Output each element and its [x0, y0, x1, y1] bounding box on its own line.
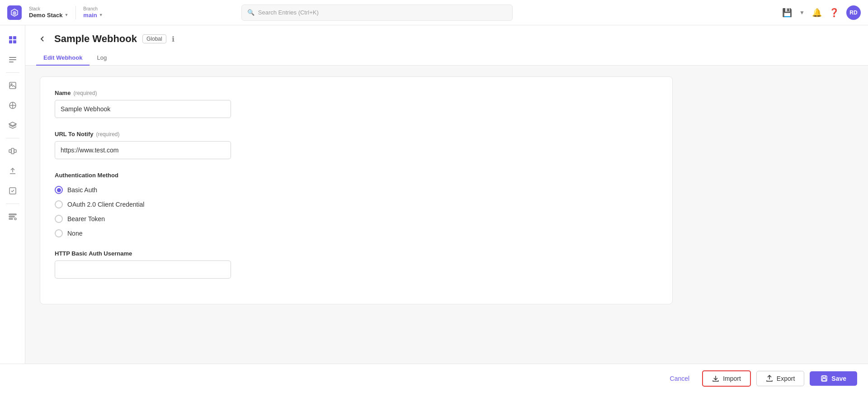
radio-none[interactable]: None	[55, 229, 658, 237]
stack-selector[interactable]: Stack Demo Stack ▼	[29, 6, 68, 19]
auth-section-title: Authentication Method	[55, 172, 658, 179]
http-username-group: HTTP Basic Auth Username	[55, 250, 658, 279]
sidebar-item-layers[interactable]	[4, 116, 22, 134]
app-logo	[7, 5, 22, 20]
page-title: Sample Webhook	[54, 33, 137, 45]
radio-basic-auth-label: Basic Auth	[67, 186, 97, 194]
radio-bearer-label: Bearer Token	[67, 215, 105, 223]
save-icon[interactable]: 💾	[782, 8, 792, 18]
global-badge: Global	[142, 34, 166, 43]
export-icon	[766, 375, 773, 382]
branch-caret-icon: ▼	[99, 13, 103, 18]
main-layout: Sample Webhook Global ℹ Edit Webhook Log…	[0, 25, 868, 364]
url-required: (required)	[96, 131, 119, 137]
save-icon	[821, 375, 828, 382]
auth-group: Authentication Method Basic Auth OAuth 2…	[55, 172, 658, 237]
radio-basic-auth-circle	[55, 186, 63, 194]
svg-rect-20	[822, 379, 826, 381]
tab-log[interactable]: Log	[90, 51, 114, 66]
search-bar[interactable]: 🔍 Search Entries (Ctrl+K)	[241, 5, 513, 21]
svg-rect-0	[9, 36, 12, 39]
sidebar-item-tasks[interactable]	[4, 182, 22, 200]
import-icon	[712, 375, 719, 382]
stack-name: Demo Stack ▼	[29, 12, 68, 19]
info-icon[interactable]: ℹ	[172, 35, 175, 43]
topbar: Stack Demo Stack ▼ Branch main ▼ 🔍 Searc…	[0, 0, 868, 25]
svg-rect-2	[9, 40, 12, 43]
sidebar-item-assets[interactable]	[4, 76, 22, 95]
sidebar-item-content[interactable]	[4, 51, 22, 69]
radio-basic-auth[interactable]: Basic Auth	[55, 186, 658, 194]
svg-rect-3	[13, 40, 16, 43]
name-input[interactable]	[55, 100, 231, 118]
sidebar-item-schema[interactable]	[4, 96, 22, 114]
branch-label: Branch	[83, 6, 103, 12]
page-header: Sample Webhook Global ℹ Edit Webhook Log	[25, 25, 868, 66]
radio-none-circle	[55, 229, 63, 237]
svg-rect-6	[9, 62, 14, 62]
import-button[interactable]: Import	[702, 370, 751, 387]
form-area: Name (required) URL To Notify (required)…	[25, 66, 868, 364]
sidebar-item-dashboard[interactable]	[4, 31, 22, 49]
tab-edit-webhook[interactable]: Edit Webhook	[36, 51, 90, 66]
radio-oauth-circle	[55, 200, 63, 208]
radio-bearer[interactable]: Bearer Token	[55, 215, 658, 223]
auth-radio-group: Basic Auth OAuth 2.0 Client Credential B…	[55, 186, 658, 237]
sidebar-item-workflows[interactable]	[4, 208, 22, 226]
save-button[interactable]: Save	[810, 371, 857, 386]
sidebar	[0, 25, 25, 364]
export-button[interactable]: Export	[756, 371, 804, 386]
bottom-bar: Cancel Import Export Save	[0, 364, 868, 393]
url-group: URL To Notify (required)	[55, 131, 658, 159]
user-avatar[interactable]: RD	[846, 5, 861, 20]
url-input[interactable]	[55, 141, 231, 159]
branch-name: main ▼	[83, 12, 103, 19]
radio-none-label: None	[67, 230, 82, 237]
help-icon[interactable]: ❓	[829, 8, 839, 18]
form-card: Name (required) URL To Notify (required)…	[40, 76, 673, 304]
svg-rect-4	[9, 57, 16, 58]
cancel-button[interactable]: Cancel	[663, 371, 697, 386]
stack-label: Stack	[29, 6, 68, 12]
page-title-row: Sample Webhook Global ℹ	[36, 33, 857, 45]
content-area: Sample Webhook Global ℹ Edit Webhook Log…	[25, 25, 868, 364]
svg-rect-15	[9, 216, 14, 217]
url-label: URL To Notify (required)	[55, 131, 658, 137]
sidebar-sep-3	[6, 204, 19, 204]
nav-divider	[75, 6, 76, 19]
name-required: (required)	[73, 90, 97, 96]
http-username-input[interactable]	[55, 260, 231, 279]
topbar-right: 💾 ▼ 🔔 ❓ RD	[782, 5, 861, 20]
svg-rect-12	[11, 148, 14, 154]
radio-oauth[interactable]: OAuth 2.0 Client Credential	[55, 200, 658, 208]
sidebar-sep-1	[6, 72, 19, 73]
svg-rect-5	[9, 59, 16, 60]
topbar-dropdown-icon[interactable]: ▼	[799, 9, 805, 16]
svg-point-17	[14, 218, 16, 220]
svg-rect-19	[823, 376, 826, 378]
svg-rect-16	[9, 218, 13, 219]
branch-selector[interactable]: Branch main ▼	[83, 6, 103, 19]
page-tabs: Edit Webhook Log	[36, 51, 857, 65]
search-icon: 🔍	[247, 9, 255, 16]
name-label: Name (required)	[55, 90, 658, 96]
radio-oauth-label: OAuth 2.0 Client Credential	[67, 201, 144, 208]
http-username-label: HTTP Basic Auth Username	[55, 250, 658, 257]
stack-caret-icon: ▼	[64, 13, 68, 18]
svg-rect-14	[9, 214, 16, 215]
radio-bearer-circle	[55, 215, 63, 223]
name-group: Name (required)	[55, 90, 658, 118]
sidebar-item-upload[interactable]	[4, 162, 22, 180]
svg-rect-1	[13, 36, 16, 39]
search-placeholder: Search Entries (Ctrl+K)	[258, 9, 319, 16]
notification-icon[interactable]: 🔔	[812, 8, 822, 18]
sidebar-item-extensions[interactable]	[4, 142, 22, 160]
sidebar-sep-2	[6, 138, 19, 138]
back-button[interactable]	[36, 33, 49, 45]
